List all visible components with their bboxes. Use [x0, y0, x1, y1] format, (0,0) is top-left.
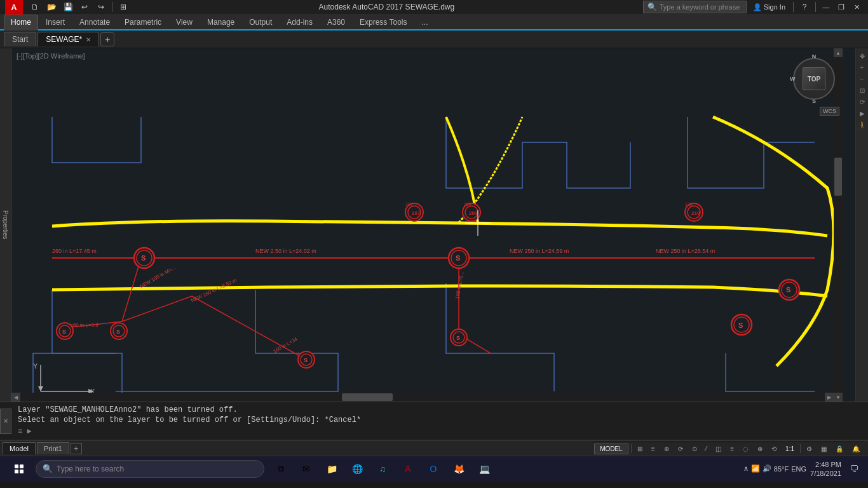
logo-pane-3 [15, 470, 18, 473]
nav-cube[interactable]: N S TOP W [789, 53, 839, 104]
folder-icon[interactable]: 📁 [320, 458, 343, 480]
spotify-icon[interactable]: ♫ [371, 458, 394, 480]
scroll-right-btn[interactable]: ▶ [825, 393, 834, 402]
layout-tab-print1[interactable]: Print1 [37, 442, 69, 454]
save-btn[interactable]: 💾 [61, 1, 75, 13]
canvas-area[interactable]: [-][Top][2D Wireframe] [11, 48, 855, 402]
layout-tab-model[interactable]: Model [3, 442, 36, 454]
title-search-input[interactable] [660, 3, 742, 11]
autocad-taskbar-icon[interactable]: A [397, 458, 419, 480]
workspace-status[interactable]: ▦ [818, 445, 830, 453]
tab-annotate[interactable]: Annotate [72, 15, 117, 29]
model-badge[interactable]: MODEL [594, 444, 628, 454]
tab-addins[interactable]: Add-ins [280, 15, 320, 29]
compass-west: W [790, 76, 796, 82]
taskbar: 🔍 ⧉ ✉ 📁 🌐 ♫ A O 🦊 💻 ∧ 📶 🔊 85°F ENG 2:48 … [0, 456, 868, 481]
polar-status[interactable]: ⟳ [675, 445, 686, 453]
notification-center-btn[interactable]: 🗨 [845, 460, 863, 478]
help-btn[interactable]: ? [797, 1, 811, 13]
transparency-status[interactable]: ◌ [740, 445, 752, 453]
doc-tab-start[interactable]: Start [4, 32, 36, 46]
wcs-badge[interactable]: WCS [820, 107, 839, 116]
task-view-btn[interactable]: ⧉ [269, 458, 292, 480]
network-icon[interactable]: 📶 [751, 464, 760, 473]
new-btn[interactable]: 🗋 [28, 1, 42, 13]
h-scrollbar[interactable]: ◀ ▶ [11, 393, 834, 402]
select-status[interactable]: ⊕ [754, 445, 766, 453]
anno-status[interactable]: ⟲ [768, 445, 780, 453]
osnap-status[interactable]: ⊙ [689, 445, 700, 453]
sign-in-button[interactable]: 👤 Sign In [749, 2, 789, 13]
orbit-tool[interactable]: ⟳ [857, 97, 867, 107]
walk-tool[interactable]: 🚶 [857, 119, 867, 130]
system-clock[interactable]: 2:48 PM 7/18/2021 [810, 460, 841, 478]
tab-output[interactable]: Output [242, 15, 279, 29]
mail-icon[interactable]: ✉ [295, 458, 318, 480]
tab-more[interactable]: ... [415, 15, 435, 29]
zoom-out-tool[interactable]: − [857, 74, 867, 84]
redo-btn[interactable]: ↪ [94, 1, 108, 13]
scroll-thumb-v[interactable] [834, 158, 842, 196]
temp-icon: 85°F [774, 465, 789, 473]
svg-text:210: 210 [691, 210, 700, 216]
pc-icon[interactable]: 💻 [473, 458, 496, 480]
tab-expresstools[interactable]: Express Tools [353, 15, 414, 29]
notification-icon[interactable]: 🔔 [849, 445, 863, 453]
doc-tab-add-btn[interactable]: + [100, 32, 114, 46]
volume-icon[interactable]: 🔊 [763, 464, 771, 473]
pan-tool[interactable]: ✥ [857, 51, 867, 61]
doc-tab-close[interactable]: ✕ [86, 36, 91, 43]
cmd-toggle-btn[interactable]: ✕ [0, 409, 11, 434]
scroll-left-btn[interactable]: ◀ [11, 393, 20, 402]
title-search-box[interactable]: 🔍 [643, 1, 747, 13]
scroll-thumb-h[interactable] [342, 393, 393, 401]
ducs-status[interactable]: ◫ [712, 445, 724, 453]
cmd-input-line[interactable]: ≡ ▶ [18, 426, 863, 436]
tab-manage[interactable]: Manage [200, 15, 241, 29]
snap-status[interactable]: ≡ [648, 445, 658, 453]
zoom-extents-tool[interactable]: ⊡ [857, 85, 867, 95]
start-button[interactable] [5, 456, 33, 482]
win-close-btn[interactable]: ✕ [850, 2, 863, 12]
layout-tab-add[interactable]: + [71, 443, 82, 454]
scale-status[interactable]: 1:1 [782, 445, 797, 453]
properties-panel[interactable]: Properties [0, 48, 11, 402]
open-btn[interactable]: 📂 [44, 1, 58, 13]
logo-pane-4 [20, 470, 24, 473]
tray-chevron[interactable]: ∧ [743, 464, 749, 473]
tab-insert[interactable]: Insert [39, 15, 72, 29]
taskbar-search-input[interactable] [57, 464, 234, 473]
cmd-prompt: ≡ ▶ [18, 426, 32, 436]
settings-status[interactable]: ⚙ [803, 445, 815, 453]
tab-view[interactable]: View [169, 15, 200, 29]
clock-date: 7/18/2021 [810, 469, 841, 478]
lang-icon[interactable]: ENG [791, 465, 806, 473]
lineweight-status[interactable]: ≡ [727, 445, 737, 453]
tab-parametric[interactable]: Parametric [118, 15, 168, 29]
compass-widget: N S TOP W [789, 53, 839, 104]
tab-home[interactable]: Home [4, 15, 38, 30]
window-title: Autodesk AutoCAD 2017 SEWAGE.dwg [130, 3, 643, 11]
workspace-btn[interactable]: ⊞ [116, 1, 130, 13]
cmd-input-field[interactable] [33, 427, 863, 436]
showmotion-tool[interactable]: ▶ [857, 108, 867, 118]
logo-pane-1 [15, 464, 18, 468]
taskbar-search-bar[interactable]: 🔍 [36, 460, 264, 478]
otrack-status[interactable]: ∕ [703, 445, 710, 453]
win-restore-btn[interactable]: ❐ [835, 2, 848, 12]
doc-tab-sewage[interactable]: SEWAGE* ✕ [37, 32, 99, 46]
undo-btn[interactable]: ↩ [78, 1, 92, 13]
tab-a360[interactable]: A360 [320, 15, 352, 29]
outlook-icon[interactable]: O [422, 458, 445, 480]
firefox-icon[interactable]: 🦊 [447, 458, 470, 480]
scroll-down-btn[interactable]: ▼ [834, 393, 843, 402]
grid-status[interactable]: ⊞ [634, 445, 646, 453]
ortho-status[interactable]: ⊕ [661, 445, 672, 453]
lock-status[interactable]: 🔒 [832, 445, 846, 453]
zoom-in-tool[interactable]: + [857, 62, 867, 72]
win-minimize-btn[interactable]: — [820, 2, 832, 12]
cube-face[interactable]: TOP [793, 58, 835, 100]
edge-icon[interactable]: 🌐 [346, 458, 369, 480]
sep3 [815, 2, 816, 12]
scroll-track-h[interactable] [20, 393, 825, 402]
